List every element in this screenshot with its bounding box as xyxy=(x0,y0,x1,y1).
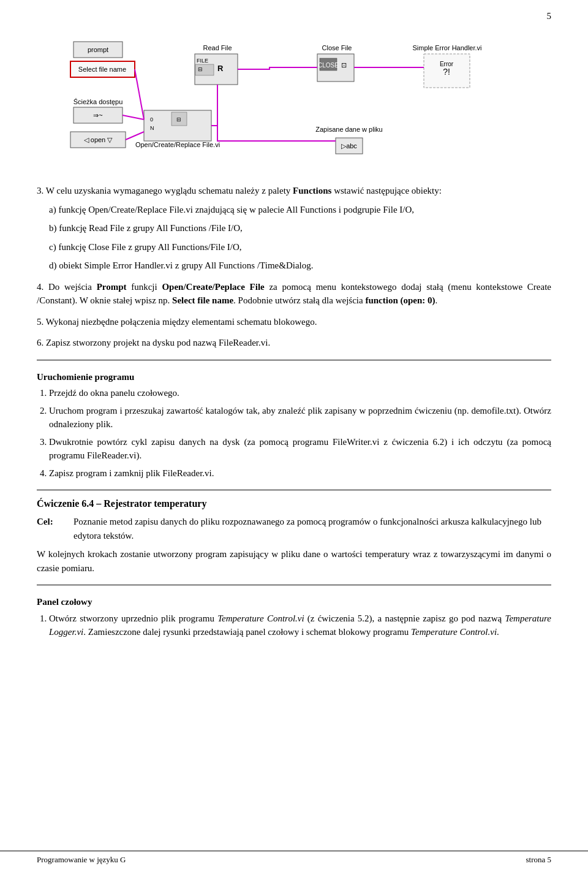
page-number: 5 xyxy=(547,11,552,21)
exercise-section: Ćwiczenie 6.4 – Rejestrator temperatury … xyxy=(37,496,551,575)
section4-text: 4. Do wejścia Prompt funkcji Open/Create… xyxy=(37,280,551,308)
section3-item-a: a) funkcję Open/Create/Replace File.vi z… xyxy=(49,203,551,217)
svg-text:Select file name: Select file name xyxy=(78,66,126,73)
svg-text:⇒~: ⇒~ xyxy=(93,112,102,119)
svg-text:CLOSE: CLOSE xyxy=(318,62,339,69)
svg-text:prompt: prompt xyxy=(88,46,108,53)
svg-text:Zapisane dane w pliku: Zapisane dane w pliku xyxy=(315,126,382,133)
list-item: Uruchom program i przeszukaj zawartość k… xyxy=(49,404,551,431)
panel-list: Otwórz stworzony uprzednio plik programu… xyxy=(49,612,551,639)
section-6: 6. Zapisz stworzony projekt na dysku pod… xyxy=(37,336,551,350)
svg-text:⊡: ⊡ xyxy=(341,61,347,69)
section3-item-d: d) obiekt Simple Error Handler.vi z grup… xyxy=(49,259,551,273)
divider-exercise xyxy=(37,490,551,490)
cel-label: Cel: xyxy=(37,515,74,542)
svg-text:FILE: FILE xyxy=(197,58,208,64)
exercise-title: Ćwiczenie 6.4 – Rejestrator temperatury xyxy=(37,496,551,511)
cel-content: Poznanie metod zapisu danych do pliku ro… xyxy=(74,515,551,542)
list-item: Dwukrotnie powtórz cykl zapisu danych na… xyxy=(49,435,551,463)
section6-text: 6. Zapisz stworzony projekt na dysku pod… xyxy=(37,336,551,350)
list-item: Otwórz stworzony uprzednio plik programu… xyxy=(49,612,551,639)
section3-item-b: b) funkcję Read File z grupy All Functio… xyxy=(49,221,551,235)
page-footer: Programowanie w języku G strona 5 xyxy=(0,851,588,865)
svg-text:⊟: ⊟ xyxy=(198,66,203,72)
list-item: Przejdź do okna panelu czołowego. xyxy=(49,386,551,400)
diagram-area: prompt Select file name Read File FILE ⊟… xyxy=(37,25,551,165)
uruchomienie-section: Uruchomienie programu Przejdź do okna pa… xyxy=(37,370,551,480)
list-item: Zapisz program i zamknij plik FileReader… xyxy=(49,466,551,480)
section-3: 3. W celu uzyskania wymaganego wyglądu s… xyxy=(37,184,551,273)
panel-heading: Panel czołowy xyxy=(37,595,551,609)
divider-panel xyxy=(37,585,551,585)
svg-text:Simple Error Handler.vi: Simple Error Handler.vi xyxy=(412,44,481,51)
footer-right: strona 5 xyxy=(526,855,551,865)
svg-text:R: R xyxy=(217,64,224,73)
svg-text:⊟: ⊟ xyxy=(176,116,181,123)
uruchomienie-heading: Uruchomienie programu xyxy=(37,370,551,384)
svg-text:0: 0 xyxy=(150,116,153,123)
svg-text:◁ open ▽: ◁ open ▽ xyxy=(84,136,113,143)
panel-section: Panel czołowy Otwórz stworzony uprzednio… xyxy=(37,595,551,639)
exercise-intro: W kolejnych krokach zostanie utworzony p… xyxy=(37,547,551,575)
svg-text:Read File: Read File xyxy=(203,44,232,51)
cel-row: Cel: Poznanie metod zapisu danych do pli… xyxy=(37,515,551,542)
footer-left: Programowanie w języku G xyxy=(37,855,126,865)
uruchomienie-list: Przejdź do okna panelu czołowego. Urucho… xyxy=(49,386,551,480)
section-5: 5. Wykonaj niezbędne połączenia między e… xyxy=(37,315,551,329)
section-4: 4. Do wejścia Prompt funkcji Open/Create… xyxy=(37,280,551,308)
svg-text:Open/Create/Replace File.vi: Open/Create/Replace File.vi xyxy=(135,141,220,148)
section3-intro: 3. W celu uzyskania wymaganego wyglądu s… xyxy=(37,184,551,198)
svg-text:N: N xyxy=(150,125,154,131)
svg-text:Close File: Close File xyxy=(322,44,352,51)
svg-text:▷abc: ▷abc xyxy=(341,142,357,150)
svg-text:?!: ?! xyxy=(443,67,450,77)
section3-item-c: c) funkcję Close File z grupy All Functi… xyxy=(49,240,551,254)
divider-uruchomienie xyxy=(37,360,551,360)
svg-text:Ścieżka dostępu: Ścieżka dostępu xyxy=(74,98,123,105)
section5-text: 5. Wykonaj niezbędne połączenia między e… xyxy=(37,315,551,329)
block-diagram-svg: prompt Select file name Read File FILE ⊟… xyxy=(37,25,551,165)
